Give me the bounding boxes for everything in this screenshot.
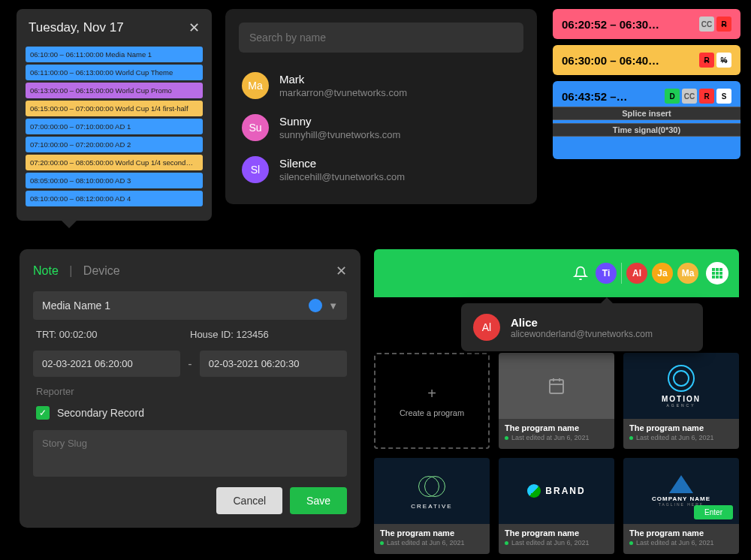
avatar: Ma [242,72,269,99]
contact-name: Silence [279,157,405,170]
user-name: Alice [511,316,653,329]
creative-logo: CREATIVE [411,473,452,510]
datetime-end-input[interactable]: 02-03-2021 06:20:30 [200,351,347,377]
program-card[interactable]: ⋮ COMPANY NAMETAGLINE HERE Enter The pro… [623,458,739,554]
schedule-row[interactable]: 08:05:00:00 – 08:10:00:00 AD 3 [26,173,203,188]
sub-label: Time signal(0*30) [553,123,740,137]
programs-grid: + Create a program The program nameLast … [374,353,739,554]
create-program-label: Create a program [400,408,464,417]
user-tooltip: Al Alice alicewonderland@tvunetworks.com [461,303,703,351]
tab-note[interactable]: Note [33,264,59,277]
tag-badge: S [716,89,731,104]
schedule-popover: Tuesday, Nov 17 ✕ 06:10:00 – 06:11:00:00… [17,9,212,221]
tag-badge: R [699,89,714,104]
contact-email: silencehill@tvunetworks.com [279,171,405,182]
contact-name: Sunny [279,115,400,128]
contact-row[interactable]: Ma Mark markarron@tvunetworks.com [239,65,523,107]
contact-row[interactable]: Su Sunny sunnyhill@tvunetworks.com [239,107,523,149]
program-card[interactable]: The program nameLast edited at Jun 6, 20… [499,353,614,449]
brand-logo: BRAND [527,484,585,498]
avatar: Al [473,314,500,341]
time-range: 06:43:52 –… [562,90,660,103]
secondary-record-label: Secondary Record [57,407,144,419]
schedule-row[interactable]: 07:10:00:00 – 07:20:00:00 AD 2 [26,137,203,152]
motion-logo: MOTIONAGENCY [662,365,701,408]
chevron-down-icon: ▼ [328,300,338,312]
company-logo: COMPANY NAMETAGLINE HERE [652,475,710,507]
user-avatar[interactable]: Ma [677,263,698,284]
note-device-panel: Note | Device ✕ Media Name 1 ▼ TRT: 00:0… [20,249,360,528]
contact-email: markarron@tvunetworks.com [279,87,407,98]
time-card[interactable]: 06:43:52 –…DCCRSSplice insertTime signal… [553,81,740,159]
datetime-start-input[interactable]: 02-03-2021 06:20:00 [33,351,180,377]
user-avatar[interactable]: Ti [596,263,617,284]
contact-row[interactable]: Sl Silence silencehill@tvunetworks.com [239,149,523,191]
tag-badge: D [665,89,680,104]
plus-icon: + [427,385,436,402]
time-range: 06:20:52 – 06:30… [562,18,695,31]
user-email: alicewonderland@tvunetworks.com [511,329,653,339]
reporter-field[interactable]: Reporter [33,386,347,397]
color-dot-icon [309,299,322,312]
tab-device[interactable]: Device [83,264,120,277]
search-input[interactable] [239,23,523,53]
schedule-row[interactable]: 06:15:00:00 – 07:00:00:00 World Cup 1/4 … [26,101,203,116]
trt-label: TRT: 00:02:00 [36,329,190,340]
close-icon[interactable]: ✕ [189,20,200,36]
time-cards: 06:20:52 – 06:30…CCR06:30:00 – 06:40…R%0… [553,9,740,165]
program-card[interactable]: CREATIVE The program nameLast edited at … [374,458,490,554]
schedule-row[interactable]: 06:11:00:00 – 06:13:00:00 World Cup Them… [26,65,203,80]
contact-email: sunnyhill@tvunetworks.com [279,129,400,140]
save-button[interactable]: Save [290,487,347,514]
avatar: Su [242,114,269,141]
user-avatar[interactable]: Al [626,263,647,284]
top-nav-bar: TiAlJaMa [374,249,739,297]
avatar: Sl [242,156,269,183]
program-card[interactable]: ⋮ BRAND The program nameLast edited at J… [499,458,614,554]
program-card[interactable]: MOTIONAGENCY The program nameLast edited… [623,353,739,449]
schedule-row[interactable]: 06:13:00:00 – 06:15:00:00 World Cup Prom… [26,83,203,98]
story-slug-textarea[interactable]: Story Slug [33,430,347,477]
search-panel: Ma Mark markarron@tvunetworks.comSu Sunn… [225,9,537,204]
schedule-row[interactable]: 08:10:00:00 – 08:12:00:00 AD 4 [26,191,203,206]
time-card[interactable]: 06:20:52 – 06:30…CCR [553,9,740,39]
contact-name: Mark [279,73,407,86]
media-select[interactable]: Media Name 1 ▼ [33,291,347,320]
close-icon[interactable]: ✕ [336,263,347,279]
create-program-card[interactable]: + Create a program [374,353,490,449]
schedule-row[interactable]: 06:10:00 – 06:11:00:00 Media Name 1 [26,47,203,62]
tag-badge: % [716,53,731,68]
tag-badge: R [699,53,714,68]
user-avatar[interactable]: Ja [652,263,673,284]
media-name: Media Name 1 [42,300,110,312]
schedule-row[interactable]: 07:20:00:00 – 08:05:00:00 World Cup 1/4 … [26,155,203,170]
tag-badge: R [716,17,731,32]
schedule-row[interactable]: 07:00:00:00 – 07:10:00:00 AD 1 [26,119,203,134]
secondary-record-checkbox[interactable]: ✓ [36,406,50,420]
tag-badge: CC [682,89,697,104]
enter-button[interactable]: Enter [694,505,733,519]
sub-label: Splice insert [553,107,740,120]
tag-badge: CC [699,17,714,32]
apps-grid-button[interactable] [706,262,728,285]
house-id-label: House ID: 123456 [190,329,344,340]
time-card[interactable]: 06:30:00 – 06:40…R% [553,45,740,75]
calendar-icon [547,377,566,395]
cancel-button[interactable]: Cancel [216,487,282,514]
time-range: 06:30:00 – 06:40… [562,54,695,67]
schedule-title: Tuesday, Nov 17 [29,20,124,35]
svg-rect-0 [550,380,563,393]
bell-icon[interactable] [573,266,588,281]
